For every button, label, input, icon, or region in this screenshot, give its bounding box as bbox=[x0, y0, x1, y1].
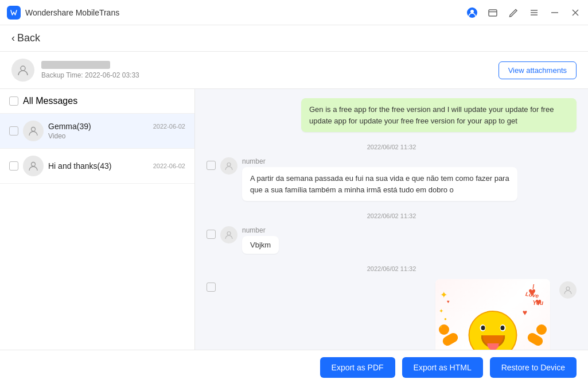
menu-icon[interactable] bbox=[528, 7, 540, 18]
gemma-checkbox[interactable] bbox=[9, 126, 18, 136]
backup-bar: Backup Time: 2022-06-02 03:33 View attac… bbox=[0, 52, 588, 89]
edit-icon[interactable] bbox=[508, 7, 519, 18]
backup-info: Backup Time: 2022-06-02 03:33 bbox=[11, 59, 139, 82]
hithanks-checkbox[interactable] bbox=[9, 161, 18, 171]
right-panel[interactable]: Gen is a free app for the free version a… bbox=[195, 89, 588, 350]
account-icon[interactable] bbox=[466, 7, 478, 18]
back-button[interactable]: ‹ Back bbox=[11, 32, 40, 44]
close-icon[interactable] bbox=[570, 7, 581, 18]
bottom-bar: Export as PDF Export as HTML Restore to … bbox=[0, 350, 588, 383]
export-html-button[interactable]: Export as HTML bbox=[402, 357, 483, 378]
msg-block-received-1: number A partir da semana passada eu fui… bbox=[207, 157, 577, 201]
svg-rect-3 bbox=[489, 10, 497, 16]
hithanks-header: Hi and thanks(43) 2022-06-02 bbox=[48, 161, 185, 171]
svg-point-12 bbox=[32, 127, 36, 131]
backup-details: Backup Time: 2022-06-02 03:33 bbox=[41, 61, 139, 79]
app-title: Wondershare MobileTrans bbox=[25, 8, 119, 17]
svg-point-15 bbox=[227, 232, 231, 235]
msg-timestamp-3: 2022/06/02 11:32 bbox=[207, 265, 577, 272]
gemma-name: Gemma(39) bbox=[48, 122, 91, 131]
svg-point-16 bbox=[566, 287, 570, 291]
msg-bubble-received-1: A partir da semana passada eu fui na sua… bbox=[242, 167, 517, 201]
svg-point-11 bbox=[21, 66, 25, 71]
gemma-date: 2022-06-02 bbox=[153, 123, 185, 130]
msg-checkbox-1[interactable] bbox=[207, 161, 216, 170]
all-messages-label: All Messages bbox=[23, 96, 77, 106]
main-content: Backup Time: 2022-06-02 03:33 View attac… bbox=[0, 52, 588, 383]
backup-name-redacted bbox=[41, 61, 110, 69]
gemma-header: Gemma(39) 2022-06-02 bbox=[48, 122, 185, 131]
restore-to-device-button[interactable]: Restore to Device bbox=[490, 357, 577, 378]
msg-avatar-image bbox=[559, 281, 577, 299]
sticker-image: ♥ ♥ ♥ I Love You ✦ ✦ ♥ bbox=[435, 279, 550, 350]
msg-sender-1: number bbox=[242, 157, 577, 165]
vbjkm-bubble: Vbjkm bbox=[242, 236, 279, 254]
gemma-preview: Video bbox=[48, 132, 185, 140]
svg-point-13 bbox=[32, 163, 36, 167]
left-panel: All Messages Gemma(39) 2022-06-02 Vide bbox=[0, 89, 195, 350]
msg-avatar-2 bbox=[220, 226, 237, 243]
msg-checkbox-image[interactable] bbox=[207, 283, 216, 292]
minimize-icon[interactable] bbox=[549, 7, 560, 18]
back-arrow-icon: ‹ bbox=[11, 32, 15, 44]
msg-checkbox-2[interactable] bbox=[207, 230, 216, 239]
msg-block-sent: Gen is a free app for the free version a… bbox=[207, 98, 577, 132]
all-messages-row: All Messages bbox=[0, 89, 194, 114]
window-icon[interactable] bbox=[487, 7, 499, 18]
hithanks-details: Hi and thanks(43) 2022-06-02 bbox=[48, 161, 185, 171]
backup-avatar bbox=[11, 59, 34, 82]
image-bubble: ♥ ♥ ♥ I Love You ✦ ✦ ♥ bbox=[435, 279, 550, 350]
svg-point-14 bbox=[227, 163, 231, 167]
hithanks-avatar bbox=[23, 156, 44, 176]
titlebar-left: Wondershare MobileTrans bbox=[7, 6, 119, 20]
view-attachments-button[interactable]: View attachments bbox=[499, 61, 577, 79]
msg-row-received-1: number A partir da semana passada eu fui… bbox=[207, 157, 577, 201]
hithanks-name: Hi and thanks(43) bbox=[48, 161, 112, 171]
titlebar-controls bbox=[466, 7, 581, 18]
msg-timestamp-2: 2022/06/02 11:32 bbox=[207, 212, 577, 219]
export-pdf-button[interactable]: Export as PDF bbox=[320, 357, 395, 378]
msg-avatar-1 bbox=[220, 157, 237, 175]
conversation-item-hithanks[interactable]: Hi and thanks(43) 2022-06-02 bbox=[0, 149, 194, 184]
all-messages-checkbox[interactable] bbox=[9, 96, 18, 106]
msg-row-image: ♥ ♥ ♥ I Love You ✦ ✦ ♥ bbox=[207, 279, 577, 350]
app-logo bbox=[7, 6, 21, 20]
titlebar: Wondershare MobileTrans bbox=[0, 0, 588, 25]
conversation-item-gemma[interactable]: Gemma(39) 2022-06-02 Video bbox=[0, 114, 194, 149]
backup-time: Backup Time: 2022-06-02 03:33 bbox=[41, 71, 139, 79]
msg-sender-2: number bbox=[242, 226, 577, 234]
gemma-avatar bbox=[23, 121, 44, 141]
back-header: ‹ Back bbox=[0, 25, 588, 52]
msg-timestamp-1: 2022/06/02 11:32 bbox=[207, 144, 577, 150]
msg-block-image: ♥ ♥ ♥ I Love You ✦ ✦ ♥ bbox=[207, 279, 577, 350]
svg-point-2 bbox=[470, 10, 474, 13]
body-area: All Messages Gemma(39) 2022-06-02 Vide bbox=[0, 89, 588, 350]
msg-block-received-2: number Vbjkm bbox=[207, 226, 577, 254]
back-label: Back bbox=[17, 32, 40, 44]
msg-row-received-2: number Vbjkm bbox=[207, 226, 577, 254]
msg-bubble-sent-1: Gen is a free app for the free version a… bbox=[301, 98, 577, 132]
msg-row-sent-1: Gen is a free app for the free version a… bbox=[207, 98, 577, 132]
gemma-details: Gemma(39) 2022-06-02 Video bbox=[48, 122, 185, 140]
hithanks-date: 2022-06-02 bbox=[153, 163, 185, 169]
